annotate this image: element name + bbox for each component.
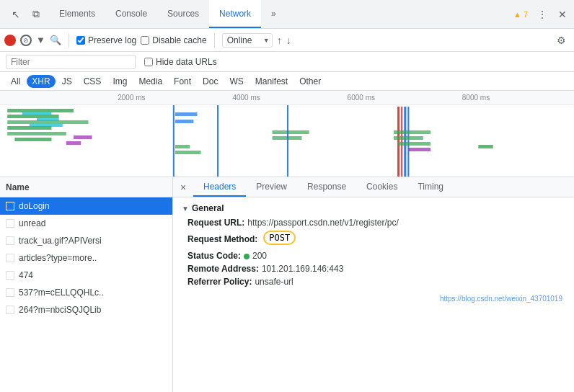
svg-rect-12 (175, 112, 198, 116)
record-button[interactable] (4, 35, 16, 46)
request-item[interactable]: track_ua.gif?APIVersi (0, 232, 172, 249)
filter-input[interactable] (6, 55, 136, 69)
type-btn-doc[interactable]: Doc (198, 75, 223, 88)
svg-rect-8 (30, 124, 63, 127)
timeline-bars (0, 105, 574, 177)
tab-elements[interactable]: Elements (49, 0, 105, 28)
tab-bar: ↖ ⧉ Elements Console Sources Network » ▲… (0, 0, 574, 29)
detail-tab-cookies[interactable]: Cookies (356, 177, 407, 197)
detail-value: https://passport.csdn.net/v1/register/pc… (247, 218, 398, 228)
detail-tab-preview[interactable]: Preview (246, 177, 297, 197)
detail-row: Request Method:POST (182, 231, 565, 248)
filter-row: Hide data URLs (0, 52, 574, 72)
detail-tab-headers[interactable]: Headers (193, 177, 246, 197)
request-item-checkbox (6, 271, 14, 280)
disable-cache-checkbox[interactable]: Disable cache (141, 35, 206, 45)
preserve-log-input[interactable] (76, 36, 85, 45)
detail-value: 101.201.169.146:443 (262, 264, 343, 274)
svg-rect-16 (217, 105, 218, 177)
layers-icon[interactable]: ⧉ (27, 6, 45, 23)
menu-icon[interactable]: ⋮ (534, 6, 551, 23)
type-btn-xhr[interactable]: XHR (27, 75, 55, 88)
throttle-selector-wrapper: Online Fast 3G Slow 3G Offline ▼ (222, 33, 273, 48)
type-btn-other[interactable]: Other (294, 75, 326, 88)
type-btn-media[interactable]: Media (133, 75, 167, 88)
svg-rect-24 (394, 130, 430, 134)
detail-value: 200 (244, 251, 267, 261)
tab-console[interactable]: Console (105, 0, 157, 28)
type-btn-all[interactable]: All (6, 75, 25, 88)
tab-sources[interactable]: Sources (157, 0, 209, 28)
svg-rect-28 (478, 145, 493, 148)
svg-rect-27 (408, 148, 430, 151)
request-item-name: track_ua.gif?APIVersi (19, 236, 102, 246)
detail-panel: × HeadersPreviewResponseCookiesTiming ▼ … (173, 177, 574, 392)
svg-rect-10 (66, 141, 81, 145)
svg-rect-9 (74, 135, 92, 139)
type-btn-css[interactable]: CSS (79, 75, 107, 88)
request-item-checkbox (6, 254, 14, 262)
request-item[interactable]: articles?type=more.. (0, 249, 172, 267)
network-toolbar: ⊘ ▼ 🔍 Preserve log Disable cache Online … (0, 29, 574, 52)
request-item[interactable]: unread (0, 215, 172, 232)
svg-rect-6 (22, 112, 52, 115)
toolbar-left-icons: ↖ ⧉ (3, 6, 49, 23)
triangle-icon: ▼ (182, 205, 189, 213)
disable-cache-input[interactable] (141, 36, 149, 45)
hide-data-input[interactable] (144, 58, 153, 66)
request-item-name: unread (19, 218, 45, 228)
warning-badge[interactable]: ▲ 7 (511, 6, 531, 23)
type-btn-js[interactable]: JS (57, 75, 77, 88)
status-dot-icon (244, 254, 250, 259)
type-btn-ws[interactable]: WS (224, 75, 248, 88)
pointer-icon[interactable]: ↖ (7, 6, 25, 23)
svg-rect-17 (273, 130, 309, 134)
timeline-mark-0 (0, 91, 115, 104)
request-item[interactable]: 264?m=nbciSQJQLib (0, 301, 172, 318)
type-btn-font[interactable]: Font (169, 75, 196, 88)
timeline-ruler: 2000 ms4000 ms6000 ms8000 ms (0, 91, 574, 105)
svg-rect-15 (175, 151, 201, 154)
detail-tab-response[interactable]: Response (297, 177, 356, 197)
timeline-mark-4: 8000 ms (459, 91, 574, 104)
settings-icon[interactable]: ⚙ (552, 32, 570, 49)
detail-row: Request URL:https://passport.csdn.net/v1… (182, 218, 565, 228)
detail-row: Remote Address:101.201.169.146:443 (182, 264, 565, 274)
type-btn-img[interactable]: Img (107, 75, 132, 88)
preserve-log-checkbox[interactable]: Preserve log (76, 35, 136, 45)
tab-network[interactable]: Network (209, 0, 261, 28)
upload-icon[interactable]: ↑ (277, 35, 282, 46)
detail-close-button[interactable]: × (176, 180, 190, 195)
type-btn-manifest[interactable]: Manifest (250, 75, 293, 88)
request-item[interactable]: 474 (0, 267, 172, 284)
tab-more[interactable]: » (261, 0, 286, 28)
general-section-title: ▼ General (182, 203, 565, 213)
detail-key: Request URL: (187, 218, 244, 228)
download-icon[interactable]: ↓ (286, 35, 291, 46)
search-icon[interactable]: 🔍 (50, 35, 61, 45)
close-icon[interactable]: ✕ (554, 6, 571, 23)
request-item-checkbox (6, 202, 14, 210)
timeline-mark-3: 6000 ms (345, 91, 459, 104)
request-list: Name doLoginunreadtrack_ua.gif?APIVersia… (0, 177, 173, 392)
svg-rect-25 (394, 136, 423, 140)
request-item[interactable]: 537?m=cELLQQHLc.. (0, 284, 172, 301)
throttle-selector[interactable]: Online Fast 3G Slow 3G Offline (222, 33, 273, 48)
filter-icon[interactable]: ▼ (36, 35, 45, 45)
detail-key: Remote Address: (187, 264, 259, 274)
detail-key: Referrer Policy: (187, 277, 252, 287)
timeline-mark-1: 2000 ms (115, 91, 229, 104)
timeline: 2000 ms4000 ms6000 ms8000 ms (0, 91, 574, 177)
detail-fields: Request URL:https://passport.csdn.net/v1… (182, 218, 565, 304)
timeline-mark-2: 4000 ms (229, 91, 344, 104)
request-method-value: POST (263, 231, 296, 245)
hide-data-checkbox[interactable]: Hide data URLs (144, 57, 217, 67)
request-item-checkbox (6, 288, 14, 297)
stop-button[interactable]: ⊘ (20, 35, 32, 46)
detail-tab-timing[interactable]: Timing (407, 177, 454, 197)
request-item-name: doLogin (19, 201, 50, 211)
request-list-header: Name (0, 177, 172, 197)
request-item[interactable]: doLogin (0, 197, 172, 215)
svg-rect-7 (37, 118, 59, 121)
main-tabs: Elements Console Sources Network » (49, 0, 286, 28)
